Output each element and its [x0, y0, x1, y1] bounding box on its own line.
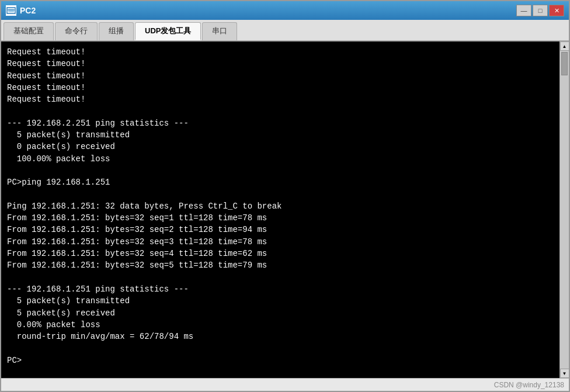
tab-basic[interactable]: 基础配置 — [4, 22, 54, 40]
scrollbar[interactable]: ▲ ▼ — [559, 41, 569, 378]
tab-multicast[interactable]: 组播 — [99, 22, 134, 40]
tab-serial[interactable]: 串口 — [202, 22, 237, 40]
close-button[interactable]: ✕ — [549, 5, 564, 16]
terminal-output[interactable]: Request timeout! Request timeout! Reques… — [1, 41, 559, 378]
status-bar: CSDN @windy_12138 — [1, 378, 569, 391]
window-title: PC2 — [20, 6, 36, 15]
scroll-track[interactable] — [560, 51, 569, 369]
scroll-down-button[interactable]: ▼ — [560, 369, 569, 378]
title-bar: PC2 — □ ✕ — [1, 1, 569, 20]
tab-cmd[interactable]: 命令行 — [55, 22, 98, 40]
minimize-button[interactable]: — — [516, 5, 531, 16]
title-bar-left: PC2 — [6, 5, 36, 16]
scroll-thumb[interactable] — [561, 52, 568, 75]
watermark-text: CSDN @windy_12138 — [494, 381, 564, 389]
main-window: PC2 — □ ✕ 基础配置 命令行 组播 UDP发包工具 串口 Request… — [0, 0, 570, 392]
svg-rect-1 — [8, 9, 14, 12]
scroll-up-button[interactable]: ▲ — [560, 41, 569, 51]
content-area: Request timeout! Request timeout! Reques… — [1, 41, 569, 378]
tab-udp[interactable]: UDP发包工具 — [135, 22, 201, 40]
tab-bar: 基础配置 命令行 组播 UDP发包工具 串口 — [1, 20, 569, 41]
title-buttons: — □ ✕ — [516, 5, 564, 16]
window-icon — [6, 5, 16, 16]
maximize-button[interactable]: □ — [533, 5, 548, 16]
